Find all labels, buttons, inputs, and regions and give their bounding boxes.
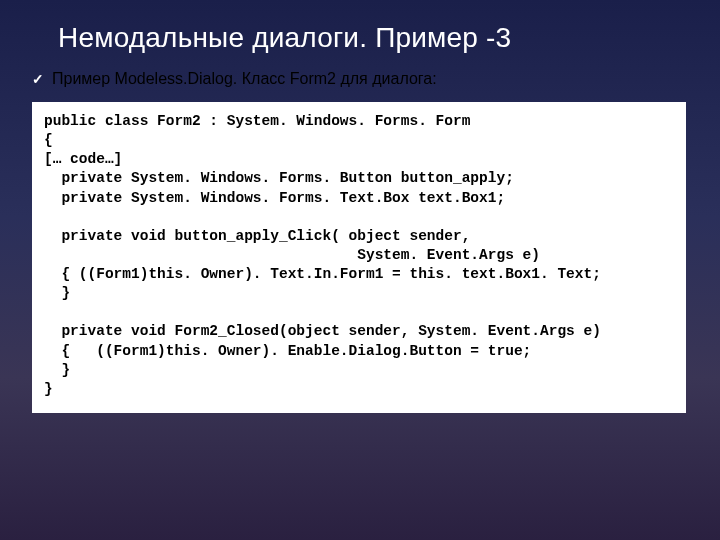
bullet-text: Пример Modeless.Dialog. Класс Form2 для … — [52, 70, 437, 88]
slide-title: Немодальные диалоги. Пример -3 — [58, 22, 690, 54]
code-block: public class Form2 : System. Windows. Fo… — [32, 102, 686, 413]
bullet-item: ✓ Пример Modeless.Dialog. Класс Form2 дл… — [32, 70, 690, 88]
slide: Немодальные диалоги. Пример -3 ✓ Пример … — [0, 0, 720, 540]
check-icon: ✓ — [32, 71, 44, 87]
